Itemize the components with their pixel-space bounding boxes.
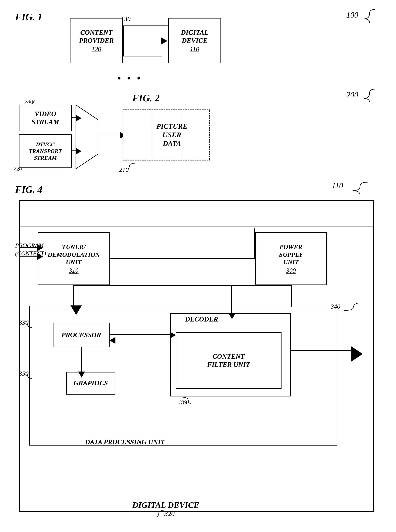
arrowhead-decoder-output (351, 346, 363, 361)
content-provider-label: CONTENTPROVIDER (79, 29, 114, 45)
arrow-combiner-picture (98, 135, 121, 135)
arrow-tuner-right (109, 258, 255, 259)
graphics-box: GRAPHICS (66, 372, 115, 395)
fig2-title: FIG. 2 (132, 92, 159, 104)
arrow-340 (338, 301, 363, 312)
tuner-box: TUNER/DEMODULATIONUNIT 310 (38, 232, 110, 285)
arrow-tuner-horiz (73, 285, 232, 286)
picture-user-data-box: PICTUREUSERDATA (123, 109, 210, 160)
junction-tuner (109, 258, 110, 259)
digital-device-outer-label: DIGITAL DEVICE (132, 500, 199, 510)
graphics-label: GRAPHICS (74, 379, 108, 387)
arrowhead-proc-decoder (170, 332, 176, 338)
picture-num-arrow (126, 161, 137, 171)
arrow-tuner-right-vert (254, 229, 255, 259)
data-proc-curly (22, 320, 33, 329)
fig4-title: FIG. 4 (15, 184, 42, 195)
content-filter-box: CONTENTFILTER UNIT (176, 332, 281, 389)
power-supply-label: POWERSUPPLYUNIT (279, 243, 303, 266)
video-stream-label: VIDEOSTREAM (32, 110, 59, 126)
content-provider-box: CONTENTPROVIDER 120 (70, 18, 123, 63)
arrowhead-tuner-down (70, 305, 82, 315)
arrow-proc-decoder (109, 334, 171, 335)
patent-diagram-page: { "fig1": { "title": "FIG. 1", "ref": "1… (0, 0, 396, 532)
arrow-power-down (291, 285, 292, 307)
fig1-curly-brace (355, 8, 379, 23)
program-arrow1 (19, 247, 38, 248)
digital-device-box-fig1: DIGITALDEVICE 110 (168, 18, 221, 63)
svg-marker-0 (76, 105, 98, 169)
arrowhead-video-combiner (76, 115, 82, 122)
arrow-decoder-output (291, 350, 353, 351)
video-stream-box: VIDEOSTREAM (19, 105, 72, 131)
content-filter-label: CONTENTFILTER UNIT (207, 352, 250, 369)
arrowhead-prog1 (37, 245, 43, 251)
fig2-curly-brace (355, 87, 379, 102)
program-label: PROGRAM(CONTENT) (15, 242, 34, 257)
power-supply-num: 300 (286, 267, 296, 274)
power-supply-box: POWERSUPPLYUNIT 300 (255, 232, 327, 285)
arrowhead-decoder-proc (109, 337, 116, 344)
decoder-label: DECODER (185, 315, 218, 323)
combiner-trapezoid (76, 105, 98, 169)
video-stream-arrow-label (30, 99, 37, 105)
arrow-130-label: 130 (121, 16, 131, 23)
digital-device-num: 110 (190, 46, 199, 53)
arrow-vert-left (123, 25, 124, 57)
top-inner-bar (19, 227, 374, 227)
program-arrow2 (19, 256, 38, 257)
picture-user-data-label: PICTUREUSERDATA (157, 122, 188, 148)
arrow-350 (22, 371, 33, 380)
arrow-tuner-down (73, 285, 74, 306)
tuner-label: TUNER/DEMODULATIONUNIT (48, 243, 100, 266)
fig4-curly-brace (341, 179, 372, 194)
arrow-360 (182, 396, 194, 406)
outer-num-arrow (155, 509, 166, 519)
arrowhead-right-fig1 (161, 38, 167, 44)
arrow-bottom-line (123, 56, 162, 57)
arrow-proc-graphics (81, 347, 82, 372)
dtvcc-box: DTVCCTRANSPORT STREAM (19, 134, 72, 168)
arrow-power-horiz2 (231, 285, 292, 286)
content-provider-num: 120 (92, 46, 101, 53)
arrowhead-horiz-decoder (229, 313, 235, 319)
arrowhead-proc-graphics (78, 372, 85, 378)
tuner-num: 310 (69, 267, 79, 274)
dtvcc-label: DTVCCTRANSPORT STREAM (19, 141, 71, 161)
processor-box: PROCESSOR (53, 323, 110, 347)
fig1-title: FIG. 1 (15, 11, 42, 23)
processor-label: PROCESSOR (61, 331, 101, 339)
digital-device-label: DIGITALDEVICE (181, 29, 208, 45)
data-processing-label: DATA PROCESSING UNIT (85, 438, 165, 446)
dots-fig1: • • • (117, 72, 142, 85)
arrowhead-prog2 (37, 253, 43, 260)
arrow-horiz-decoder-down (231, 285, 232, 314)
arrowhead-dtvcc-combiner (76, 148, 82, 154)
arrow-top-line (123, 25, 168, 26)
